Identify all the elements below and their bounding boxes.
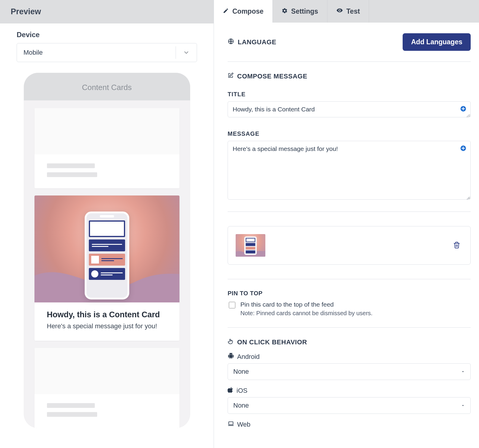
message-input-wrap [228,141,471,201]
pin-heading: PIN TO TOP [228,290,263,297]
pin-checkbox[interactable] [229,302,235,308]
edit-icon [228,72,234,80]
plus-circle-icon[interactable] [460,145,467,153]
compose-heading: COMPOSE MESSAGE [237,72,307,80]
placeholder-lines [34,154,179,177]
device-label: Device [17,31,197,39]
phone-preview: Content Cards [24,73,190,428]
pin-section: PIN TO TOP Pin this card to the top of t… [228,279,471,328]
content-card[interactable]: Howdy, this is a Content Card Here's a s… [34,195,179,341]
pin-checkbox-label: Pin this card to the top of the feed [240,301,373,308]
click-behavior-section: ON CLICK BEHAVIOR Android None [228,328,471,442]
phone-preview-wrap: Content Cards [17,73,197,428]
image-thumbnail-card [228,226,471,265]
placeholder-card [34,108,179,188]
placeholder-lines [34,394,179,417]
message-input[interactable] [228,141,471,200]
title-label: TITLE [228,91,471,98]
platform-ios: iOS None [228,387,471,414]
ios-select[interactable]: None [228,397,471,414]
phone-header: Content Cards [24,73,190,100]
platform-label: iOS [237,387,248,395]
preview-title: Preview [11,7,203,16]
content-card-image [34,195,179,302]
tab-settings[interactable]: Settings [273,0,327,23]
laptop-icon [228,420,234,429]
tab-label: Compose [232,7,264,15]
language-section: LANGUAGE Add Languages [228,23,471,62]
caret-down-icon [461,368,465,376]
content-card-message: Here's a special message just for you! [47,322,167,330]
pin-note: Note: Pinned cards cannot be dismissed b… [240,310,373,317]
select-value: None [233,402,249,409]
platform-label: Android [237,353,260,361]
preview-body: Device Mobile Content Cards [0,23,214,435]
tab-label: Settings [291,7,318,15]
title-input[interactable] [228,101,471,117]
editor-tabs: Compose Settings Test [214,0,479,23]
preview-panel: Preview Device Mobile Content Cards [0,0,214,448]
pin-checkbox-row[interactable]: Pin this card to the top of the feed Not… [228,301,471,317]
platform-web: Web [228,420,471,429]
click-heading: ON CLICK BEHAVIOR [237,338,307,346]
placeholder-card [34,348,179,428]
select-value: None [233,368,249,376]
placeholder-image [34,108,179,154]
content-card-body: Howdy, this is a Content Card Here's a s… [34,302,179,341]
tab-label: Test [346,7,360,15]
svg-rect-3 [229,422,233,425]
preview-header: Preview [0,0,214,23]
android-icon [228,353,234,361]
editor-body: LANGUAGE Add Languages COMPOSE MESSAGE T… [214,23,479,442]
globe-icon [228,38,234,46]
caret-down-icon [461,402,465,409]
app-root: Preview Device Mobile Content Cards [0,0,479,448]
tab-test[interactable]: Test [327,0,369,23]
add-languages-button[interactable]: Add Languages [403,33,471,51]
apple-icon [228,387,234,395]
android-select[interactable]: None [228,363,471,380]
plus-circle-icon[interactable] [460,105,467,113]
tab-compose[interactable]: Compose [214,0,273,23]
device-select-value: Mobile [23,49,43,56]
image-section [228,212,471,279]
delete-image-button[interactable] [451,239,463,252]
content-feed: Howdy, this is a Content Card Here's a s… [24,100,190,428]
gear-icon [282,7,288,15]
trash-icon [453,245,460,250]
platform-label: Web [237,421,250,428]
editor-panel: Compose Settings Test [214,0,479,448]
platform-android: Android None [228,353,471,380]
message-label: MESSAGE [228,130,471,137]
placeholder-image [34,348,179,394]
title-input-wrap [228,101,471,119]
content-card-title: Howdy, this is a Content Card [47,310,167,319]
pointer-icon [228,338,234,346]
image-thumbnail[interactable] [236,234,265,257]
eye-icon [336,7,343,15]
select-separator [176,46,176,59]
device-select[interactable]: Mobile [17,43,197,62]
phone-illustration [85,212,129,299]
chevron-down-icon [183,49,190,56]
language-heading: LANGUAGE [238,38,276,46]
pencil-icon [223,7,229,15]
compose-section: COMPOSE MESSAGE TITLE MESSAGE [228,62,471,212]
